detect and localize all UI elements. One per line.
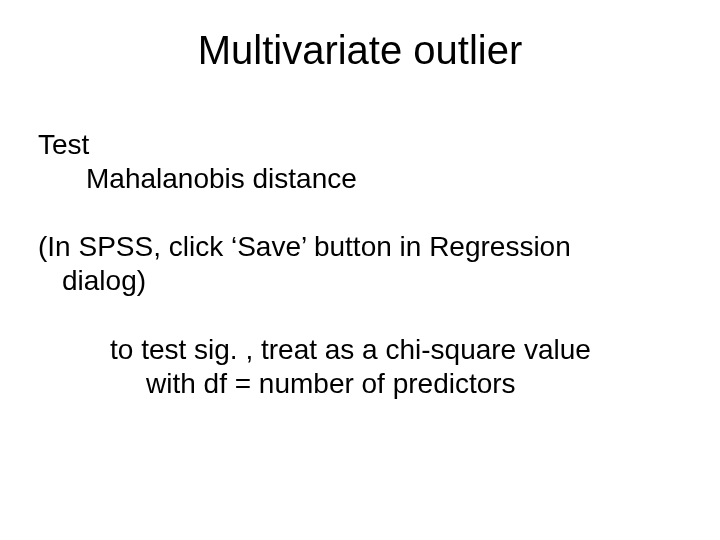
spacer	[38, 196, 690, 230]
body-line-spss-1: (In SPSS, click ‘Save’ button in Regress…	[38, 230, 690, 264]
body-line-mahalanobis: Mahalanobis distance	[86, 162, 690, 196]
slide-title: Multivariate outlier	[0, 28, 720, 73]
body-line-sig-1: to test sig. , treat as a chi-square val…	[110, 333, 690, 367]
spacer	[38, 299, 690, 333]
slide-body: Test Mahalanobis distance (In SPSS, clic…	[38, 128, 690, 401]
body-line-sig-2: with df = number of predictors	[146, 367, 690, 401]
body-line-spss-2: dialog)	[62, 264, 690, 298]
slide: Multivariate outlier Test Mahalanobis di…	[0, 0, 720, 540]
body-line-test: Test	[38, 128, 690, 162]
